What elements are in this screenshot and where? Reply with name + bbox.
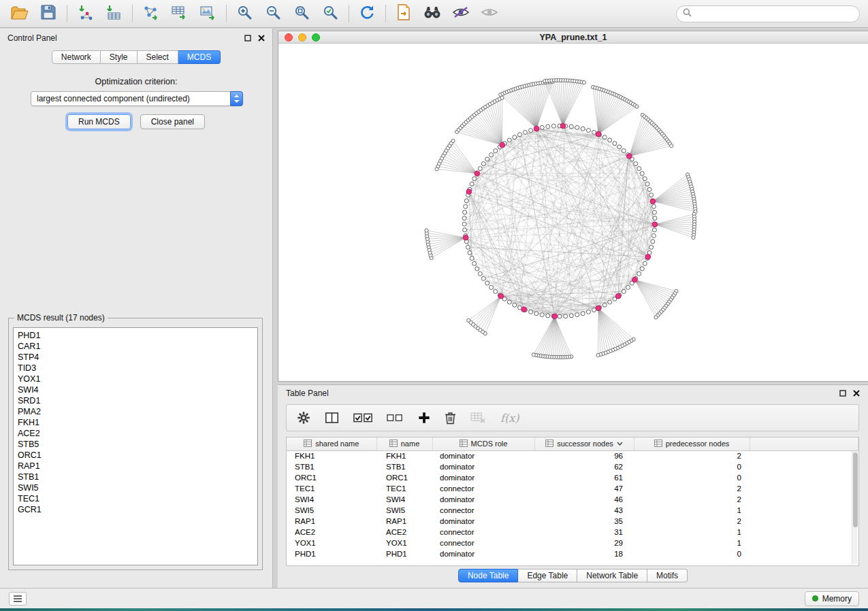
mcds-result-item[interactable]: TEC1: [14, 493, 257, 504]
tab-network[interactable]: Network: [52, 50, 101, 64]
criterion-dropdown[interactable]: largest connected component (undirected): [31, 91, 243, 106]
mcds-result-item[interactable]: SWI5: [14, 482, 257, 493]
mcds-result-item[interactable]: PMA2: [14, 406, 257, 417]
delete-table-button-disabled: [470, 412, 486, 424]
float-panel-icon[interactable]: [839, 387, 846, 399]
mcds-result-item[interactable]: CAR1: [14, 341, 257, 352]
column-header-mcds-role[interactable]: MCDS role: [432, 437, 534, 450]
table-row[interactable]: PHD1PHD1dominator180: [287, 548, 858, 559]
mcds-result-item[interactable]: PHD1: [14, 330, 257, 341]
table-tab-motifs[interactable]: Motifs: [647, 569, 688, 582]
network-canvas[interactable]: [278, 44, 868, 381]
zoom-selected-button[interactable]: [319, 3, 341, 24]
network-graph[interactable]: [278, 44, 868, 381]
mcds-result-item[interactable]: STB1: [14, 472, 257, 482]
mcds-result-item[interactable]: ORC1: [14, 450, 257, 461]
mcds-result-item[interactable]: SRD1: [14, 395, 257, 406]
zoom-fit-button[interactable]: [290, 3, 312, 24]
table-row[interactable]: SWI4SWI4dominator462: [287, 494, 858, 505]
tab-select[interactable]: Select: [138, 50, 178, 64]
memory-button[interactable]: Memory: [805, 591, 859, 606]
network-window-titlebar[interactable]: YPA_prune.txt_1: [278, 31, 868, 44]
control-panel: Control Panel NetworkStyleSelectMCDS Opt…: [0, 29, 273, 588]
panel-splitter[interactable]: [273, 29, 278, 588]
add-column-button[interactable]: [418, 412, 430, 424]
mcds-result-item[interactable]: YOX1: [14, 374, 257, 384]
table-row[interactable]: SWI5SWI5connector431: [287, 505, 858, 516]
mcds-result-item[interactable]: STB5: [14, 439, 257, 450]
mcds-result-item[interactable]: RAP1: [14, 461, 257, 472]
import-network-button[interactable]: [74, 3, 96, 24]
select-all-rows-button[interactable]: [353, 412, 372, 424]
mcds-result-title: MCDS result (17 nodes): [14, 313, 108, 323]
search-field[interactable]: [676, 5, 860, 22]
memory-label: Memory: [822, 594, 852, 604]
export-document-button[interactable]: [392, 3, 415, 24]
table-row[interactable]: ORC1ORC1dominator610: [287, 472, 858, 483]
table-tab-edge-table[interactable]: Edge Table: [518, 569, 577, 582]
open-file-button[interactable]: [8, 3, 31, 24]
eye-slash-icon: [452, 5, 470, 22]
mcds-result-list[interactable]: PHD1CAR1STP4TID3YOX1SWI4SRD1PMA2FKH1ACE2…: [13, 327, 258, 565]
maximize-window-button[interactable]: [312, 33, 320, 42]
function-builder-button[interactable]: f(x): [500, 412, 519, 425]
delete-column-button[interactable]: [445, 412, 456, 425]
close-window-button[interactable]: [285, 33, 293, 42]
graphics-details-button[interactable]: [449, 3, 472, 24]
toggle-visibility-button[interactable]: [478, 3, 500, 24]
table-toolbar: f(x): [286, 404, 859, 431]
float-panel-icon[interactable]: [244, 32, 251, 44]
column-header-shared-name[interactable]: shared name: [287, 437, 376, 450]
table-panel-header: Table Panel: [278, 385, 868, 401]
save-session-button[interactable]: [37, 3, 59, 24]
mcds-result-item[interactable]: GCR1: [14, 504, 257, 515]
column-header-name[interactable]: name: [376, 437, 432, 450]
control-panel-tabs: NetworkStyleSelectMCDS: [0, 50, 272, 64]
table-row[interactable]: RAP1RAP1dominator352: [287, 516, 858, 527]
table-scrollbar[interactable]: [852, 451, 858, 564]
deselect-all-rows-button[interactable]: [387, 412, 404, 424]
show-columns-button[interactable]: [325, 412, 339, 424]
column-header-successor-nodes[interactable]: successor nodes: [534, 437, 634, 450]
export-table-button[interactable]: [167, 3, 190, 24]
tab-mcds[interactable]: MCDS: [178, 50, 221, 64]
attribute-icon: [545, 440, 553, 447]
table-row[interactable]: FKH1FKH1dominator962: [287, 450, 858, 461]
mcds-result-item[interactable]: STP4: [14, 352, 257, 363]
close-panel-icon[interactable]: [853, 387, 860, 399]
table-tab-node-table[interactable]: Node Table: [458, 569, 519, 582]
close-panel-icon[interactable]: [258, 32, 265, 44]
toolbar-separator: [349, 5, 349, 22]
table-tab-network-table[interactable]: Network Table: [577, 569, 647, 582]
export-network-button[interactable]: [139, 3, 161, 24]
scrollbar-thumb[interactable]: [853, 452, 858, 527]
zoom-in-button[interactable]: [233, 3, 255, 24]
control-panel-header: Control Panel: [0, 29, 272, 48]
minimize-window-button[interactable]: [298, 33, 306, 42]
application-window: Control Panel NetworkStyleSelectMCDS Opt…: [0, 0, 868, 608]
apply-layout-button[interactable]: [355, 3, 378, 24]
attribute-icon: [460, 440, 468, 447]
column-header-predecessor-nodes[interactable]: predecessor nodes: [634, 437, 750, 450]
table-panel: Table Panel f(x): [278, 384, 868, 588]
find-button[interactable]: [421, 3, 443, 24]
mcds-result-item[interactable]: FKH1: [14, 417, 257, 428]
import-table-button[interactable]: [102, 3, 125, 24]
zoom-out-button[interactable]: [261, 3, 284, 24]
run-mcds-button[interactable]: Run MCDS: [67, 114, 131, 129]
export-image-button[interactable]: [196, 3, 219, 24]
mcds-result-item[interactable]: SWI4: [14, 384, 257, 395]
table-row[interactable]: YOX1YOX1connector291: [287, 538, 858, 548]
mcds-result-item[interactable]: TID3: [14, 363, 257, 374]
close-panel-button[interactable]: Close panel: [140, 114, 205, 129]
table-row[interactable]: ACE2ACE2connector311: [287, 527, 858, 538]
tab-style[interactable]: Style: [101, 50, 138, 64]
table-row[interactable]: TEC1TEC1connector472: [287, 483, 858, 494]
export-table-icon: [171, 4, 187, 23]
status-menu-button[interactable]: [9, 592, 27, 606]
search-input[interactable]: [696, 9, 853, 18]
table-mode-button[interactable]: [297, 411, 310, 425]
mcds-result-item[interactable]: ACE2: [14, 428, 257, 439]
table-row[interactable]: STB1STB1dominator620: [287, 461, 858, 472]
binoculars-icon: [423, 5, 441, 22]
